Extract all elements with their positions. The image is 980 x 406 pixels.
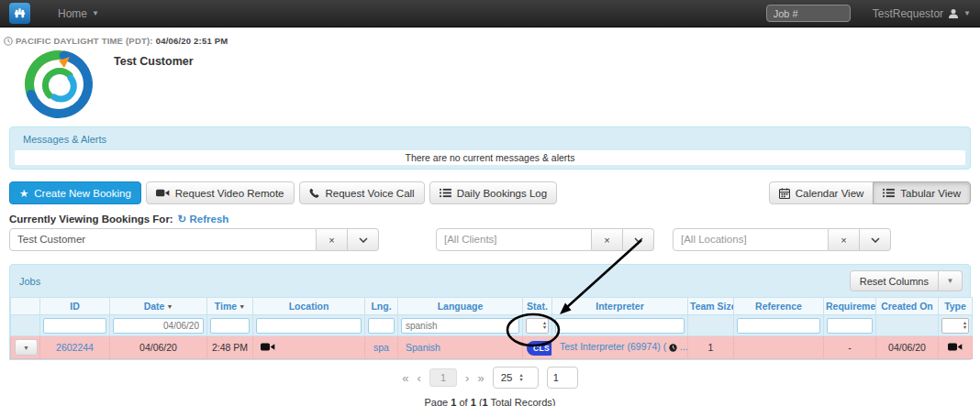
column-header-interpreter[interactable]: Interpreter	[552, 298, 688, 315]
table-filter-row: ▴▾ ▴▾	[11, 315, 973, 336]
chevron-down-icon: ▼	[92, 9, 99, 17]
column-header-requirement[interactable]: Requirement	[824, 298, 876, 315]
column-header-created-on[interactable]: Created On	[876, 298, 939, 315]
request-video-remote-button[interactable]: Request Video Remote	[146, 181, 295, 204]
requirement-cell: -	[824, 336, 876, 359]
locations-select[interactable]: [All Locations] ×	[673, 228, 891, 251]
star-icon: ★	[19, 187, 28, 200]
jobs-panel-title: Jobs	[19, 276, 40, 287]
filter-language-input[interactable]	[401, 318, 519, 334]
refresh-link[interactable]: ↻ Refresh	[178, 213, 229, 225]
column-header-language[interactable]: Language	[398, 298, 523, 315]
create-new-booking-button[interactable]: ★ Create New Booking	[9, 181, 141, 204]
column-header-location[interactable]: Location	[253, 298, 365, 315]
list-icon	[440, 188, 451, 198]
chevron-down-icon[interactable]	[860, 228, 891, 251]
calendar-view-button[interactable]: Calendar View	[769, 181, 874, 204]
filter-lng-input[interactable]	[368, 318, 395, 334]
filter-reference-input[interactable]	[737, 318, 820, 334]
user-menu[interactable]: TestRequestor ▼	[873, 7, 971, 20]
pagination-first-button[interactable]: «	[402, 371, 408, 385]
column-header-reference[interactable]: Reference	[734, 298, 824, 315]
job-lng-link[interactable]: spa	[373, 342, 389, 353]
page-size-select[interactable]: 25 ▴▾	[493, 367, 539, 389]
page-number-input[interactable]	[547, 367, 578, 389]
viewing-bookings-line: Currently Viewing Bookings For: ↻ Refres…	[9, 213, 980, 225]
chevron-down-icon[interactable]	[348, 228, 379, 251]
current-datetime: 04/06/20 2:51 PM	[156, 36, 228, 46]
home-menu[interactable]: Home ▼	[58, 7, 99, 20]
column-header-type[interactable]: Type	[939, 298, 973, 315]
job-date-cell: 04/06/20	[110, 336, 207, 359]
customer-name: Test Customer	[114, 55, 194, 121]
filters-row: Test Customer × [All Clients] × [All Loc…	[9, 228, 971, 251]
video-camera-icon	[948, 342, 963, 352]
tabular-view-button[interactable]: Tabular View	[873, 181, 971, 204]
pagination-current-page[interactable]: 1	[429, 368, 457, 387]
filter-type-select[interactable]: ▴▾	[941, 318, 969, 334]
video-camera-icon	[261, 342, 275, 352]
job-id-link[interactable]: 2602244	[56, 342, 94, 353]
clear-icon[interactable]: ×	[829, 228, 860, 251]
chevron-down-icon: ▼	[963, 9, 971, 17]
filter-id-input[interactable]	[43, 318, 106, 334]
timezone-label: PACIFIC DAYLIGHT TIME (PDT):	[16, 36, 153, 46]
user-icon	[948, 8, 959, 19]
reset-columns-label: Reset Columns	[860, 276, 929, 287]
pagination: « ‹ 1 › » 25 ▴▾	[0, 367, 980, 389]
clients-select[interactable]: [All Clients] ×	[436, 228, 654, 251]
reset-columns-button[interactable]: Reset Columns	[850, 270, 939, 291]
job-language-link[interactable]: Spanish	[406, 342, 440, 353]
spinner-icon: ▴▾	[519, 373, 522, 382]
column-header-stat[interactable]: Stat.	[523, 298, 552, 315]
filter-requirement-input[interactable]	[827, 318, 873, 334]
filter-date-input[interactable]	[113, 318, 204, 334]
video-camera-icon	[156, 188, 170, 198]
clock-icon	[669, 343, 677, 354]
top-navbar: Home ▼ TestRequestor ▼	[0, 0, 980, 27]
phone-icon	[309, 188, 320, 199]
status-badge[interactable]: CLS	[527, 341, 552, 356]
column-header-lng[interactable]: Lng.	[365, 298, 398, 315]
interpreter-link[interactable]: Test Interpreter (69974) ( ...)	[560, 341, 688, 352]
request-voice-call-label: Request Voice Call	[326, 188, 415, 199]
viewing-bookings-label: Currently Viewing Bookings For:	[9, 214, 173, 225]
request-video-remote-label: Request Video Remote	[175, 188, 284, 199]
pagination-next-button[interactable]: ›	[465, 371, 469, 385]
chevron-down-icon[interactable]	[623, 228, 654, 251]
sort-caret-icon: ▼	[166, 303, 173, 310]
filter-interpreter-input[interactable]	[555, 318, 685, 334]
clear-icon[interactable]: ×	[317, 228, 348, 251]
row-expander-button[interactable]: ▼	[15, 339, 38, 356]
jobs-panel-header: Jobs Reset Columns ▼	[10, 265, 970, 297]
column-header-expander	[11, 298, 40, 315]
column-header-team-size[interactable]: Team Size	[688, 298, 734, 315]
timezone-line: PACIFIC DAYLIGHT TIME (PDT): 04/06/20 2:…	[4, 36, 980, 46]
user-menu-label: TestRequestor	[873, 7, 943, 20]
tabular-view-label: Tabular View	[900, 188, 961, 199]
column-header-id[interactable]: ID	[40, 298, 110, 315]
filter-status-select[interactable]: ▴▾	[526, 318, 549, 334]
messages-panel: Messages & Alerts There are no current m…	[9, 126, 971, 170]
request-voice-call-button[interactable]: Request Voice Call	[299, 181, 425, 204]
jobs-panel: Jobs Reset Columns ▼ ID Date▼ Time▼ Loca…	[9, 264, 971, 360]
filter-location-input[interactable]	[256, 318, 362, 334]
column-header-date[interactable]: Date▼	[110, 298, 207, 315]
table-header-row: ID Date▼ Time▼ Location Lng. Language St…	[11, 298, 973, 315]
page-summary: Page 1 of 1 (1 Total Records)	[0, 397, 980, 406]
app-logo-icon[interactable]	[9, 3, 30, 24]
daily-bookings-log-label: Daily Bookings Log	[457, 188, 547, 199]
column-header-time[interactable]: Time▼	[207, 298, 253, 315]
customer-select[interactable]: Test Customer ×	[9, 228, 379, 251]
reference-cell	[734, 336, 824, 359]
locations-select-value: [All Locations]	[673, 228, 829, 251]
job-number-input[interactable]	[766, 5, 851, 22]
filter-time-input[interactable]	[210, 318, 250, 334]
home-menu-label: Home	[58, 7, 87, 20]
reset-columns-caret-button[interactable]: ▼	[939, 270, 963, 291]
daily-bookings-log-button[interactable]: Daily Bookings Log	[429, 181, 557, 204]
clear-icon[interactable]: ×	[592, 228, 623, 251]
pagination-last-button[interactable]: »	[477, 371, 484, 385]
page-size-value: 25	[501, 372, 513, 383]
pagination-prev-button[interactable]: ‹	[418, 371, 421, 385]
